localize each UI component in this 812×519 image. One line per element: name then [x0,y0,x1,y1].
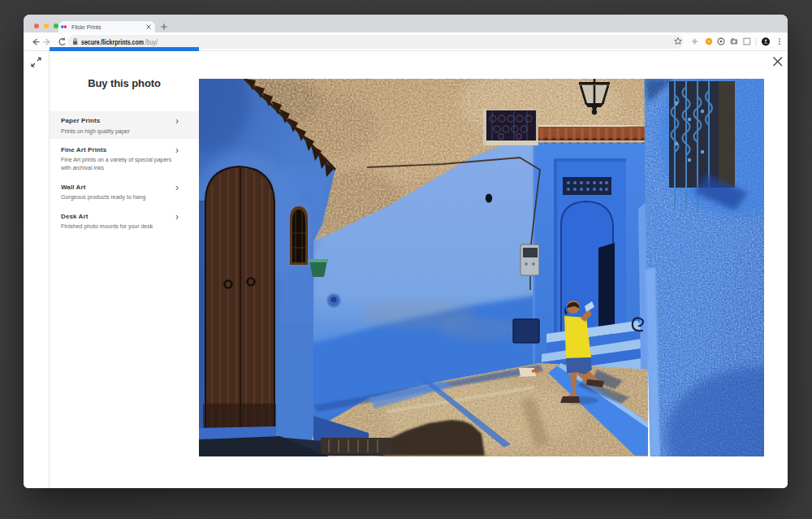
svg-text:/buy/: /buy/ [145,38,158,46]
svg-text:secure.flickrprints.com: secure.flickrprints.com [81,38,144,46]
svg-text:Flickr Prints: Flickr Prints [71,24,102,30]
